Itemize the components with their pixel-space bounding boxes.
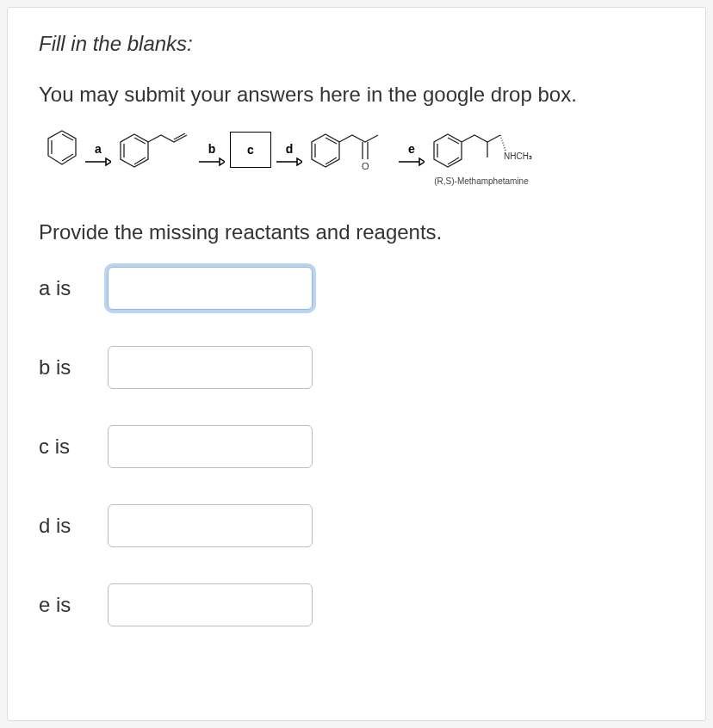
allylbenzene-icon (116, 126, 194, 170)
answer-row-e: e is (39, 583, 674, 626)
svg-line-21 (448, 138, 459, 144)
phenylacetone-icon: O (307, 126, 394, 176)
arrow-d: d (276, 142, 302, 166)
final-product: NHCH₃ (R,S)-Methamphetamine (430, 126, 533, 186)
step-label-b: b (208, 142, 216, 156)
answer-input-e[interactable] (108, 583, 313, 626)
svg-marker-0 (48, 131, 76, 164)
svg-line-7 (134, 138, 146, 144)
answer-row-c: c is (39, 425, 674, 468)
answer-label: c is (39, 435, 84, 459)
step-label-a: a (95, 142, 102, 156)
answer-row-a: a is (39, 267, 674, 310)
reaction-scheme: a b c d (44, 126, 674, 186)
methamphetamine-icon: NHCH₃ (430, 126, 533, 170)
step-label-e: e (408, 142, 415, 156)
answer-row-d: d is (39, 504, 674, 547)
step-label-d: d (286, 142, 294, 156)
answer-label: e is (39, 593, 84, 617)
answer-row-b: b is (39, 346, 674, 389)
intermediate-c-box: c (230, 132, 271, 168)
description-text: You may submit your answers here in the … (39, 80, 674, 109)
nhch3-label: NHCH₃ (504, 151, 532, 161)
question-card: Fill in the blanks: You may submit your … (7, 7, 706, 721)
arrow-b: b (199, 142, 225, 166)
svg-marker-5 (121, 134, 148, 167)
answer-label: d is (39, 514, 84, 538)
instruction-text: Fill in the blanks: (39, 32, 674, 56)
svg-line-14 (326, 138, 337, 144)
answer-input-d[interactable] (108, 504, 313, 547)
answer-input-c[interactable] (108, 425, 313, 468)
answer-input-b[interactable] (108, 346, 313, 389)
svg-line-24 (500, 135, 505, 151)
benzene-icon (44, 126, 80, 170)
answer-input-a[interactable] (108, 267, 313, 310)
answer-label: a is (39, 276, 84, 300)
svg-line-3 (62, 154, 73, 161)
prompt-text: Provide the missing reactants and reagen… (39, 220, 674, 244)
oxygen-label: O (362, 161, 369, 171)
arrow-e: e (399, 142, 425, 166)
answer-label: b is (39, 355, 84, 379)
step-label-c: c (247, 143, 254, 157)
svg-marker-19 (434, 134, 462, 167)
svg-line-2 (62, 134, 73, 140)
svg-marker-12 (312, 134, 339, 167)
arrow-a: a (85, 142, 111, 166)
product-name: (R,S)-Methamphetamine (434, 176, 528, 186)
